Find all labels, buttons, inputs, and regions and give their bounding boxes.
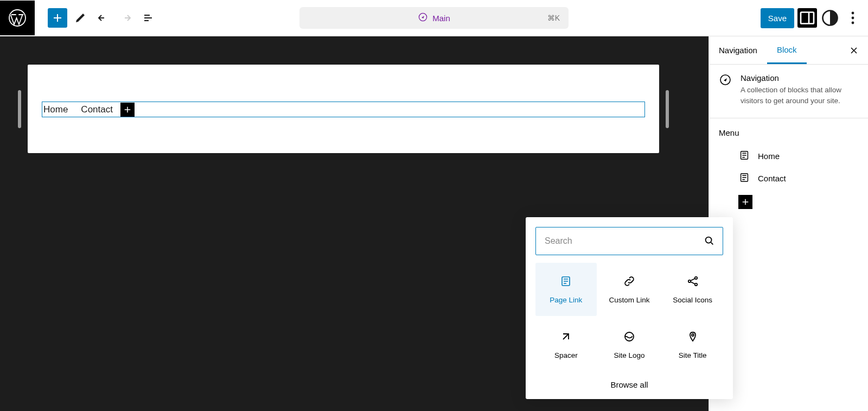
inserter-block-social-icons[interactable]: Social Icons (662, 263, 723, 316)
command-shortcut: ⌘K (547, 14, 560, 22)
command-bar[interactable]: Main ⌘K (299, 7, 569, 29)
svg-point-6 (852, 22, 854, 24)
page-icon (738, 149, 750, 163)
inserter-block-label: Spacer (554, 351, 578, 359)
close-sidebar-button[interactable] (845, 42, 863, 59)
inserter-block-site-title[interactable]: Site Title (662, 318, 723, 371)
document-overview-button[interactable] (139, 8, 158, 28)
svg-point-12 (694, 277, 697, 279)
custom-link-icon (623, 275, 636, 289)
navigation-block[interactable]: Home Contact (42, 102, 645, 117)
inserter-block-spacer[interactable]: Spacer (535, 318, 597, 371)
svg-point-4 (852, 12, 854, 15)
add-block-button[interactable] (48, 8, 67, 28)
resize-handle-left[interactable] (18, 90, 21, 128)
inserter-block-site-logo[interactable]: Site Logo (599, 318, 660, 371)
site-title-icon (686, 330, 699, 345)
site-logo-icon (623, 330, 636, 345)
page-icon (738, 172, 750, 185)
edit-tool-button[interactable] (71, 8, 90, 28)
inserter-search[interactable] (535, 227, 723, 255)
inserter-block-custom-link[interactable]: Custom Link (599, 263, 660, 316)
menu-item-label: Contact (758, 174, 786, 183)
more-options-button[interactable] (843, 8, 863, 28)
menu-item-home[interactable]: Home (719, 145, 858, 167)
page-link-icon (559, 275, 572, 289)
settings-panel-toggle[interactable] (797, 8, 817, 28)
menu-item-contact[interactable]: Contact (719, 167, 858, 189)
tab-navigation[interactable]: Navigation (709, 36, 767, 64)
block-description: Navigation A collection of blocks that a… (709, 65, 868, 118)
spacer-icon (559, 330, 572, 345)
search-input[interactable] (544, 236, 703, 246)
inserter-block-label: Page Link (550, 296, 582, 304)
inserter-block-label: Social Icons (673, 296, 712, 304)
save-button[interactable]: Save (761, 8, 794, 28)
inserter-block-label: Site Title (679, 351, 707, 359)
inserter-block-label: Site Logo (614, 351, 644, 359)
navigation-icon (719, 73, 732, 107)
top-toolbar: Main ⌘K Save (0, 0, 868, 36)
menu-heading: Menu (719, 128, 858, 137)
navigation-icon (418, 12, 428, 24)
menu-item-label: Home (758, 151, 780, 161)
nav-item-contact[interactable]: Contact (74, 104, 119, 115)
nav-add-item-button[interactable] (120, 103, 135, 117)
inserter-block-label: Custom Link (609, 296, 649, 304)
svg-point-14 (694, 283, 697, 286)
inserter-block-page-link[interactable]: Page Link (535, 263, 597, 316)
block-title: Navigation (741, 73, 858, 83)
styles-panel-toggle[interactable] (820, 8, 840, 28)
nav-item-home[interactable]: Home (42, 104, 74, 115)
tab-block[interactable]: Block (767, 36, 807, 64)
svg-point-16 (692, 334, 694, 336)
resize-handle-right[interactable] (666, 90, 669, 128)
menu-add-item-button[interactable] (738, 195, 752, 209)
menu-section: Menu Home Contact (709, 118, 868, 219)
block-inserter-popover: Page Link Custom Link Social Icons Space… (526, 217, 733, 399)
svg-point-5 (852, 17, 854, 20)
wordpress-logo[interactable] (0, 1, 35, 35)
redo-button (116, 8, 136, 28)
search-icon (703, 235, 715, 248)
undo-button[interactable] (93, 8, 113, 28)
template-title: Main (432, 14, 450, 23)
svg-point-10 (706, 237, 712, 243)
share-icon (686, 275, 699, 289)
template-frame[interactable]: Home Contact (28, 65, 659, 153)
block-desc: A collection of blocks that allow visito… (741, 85, 858, 107)
svg-point-13 (688, 280, 690, 282)
svg-rect-2 (801, 12, 814, 24)
browse-all-button[interactable]: Browse all (535, 371, 723, 389)
